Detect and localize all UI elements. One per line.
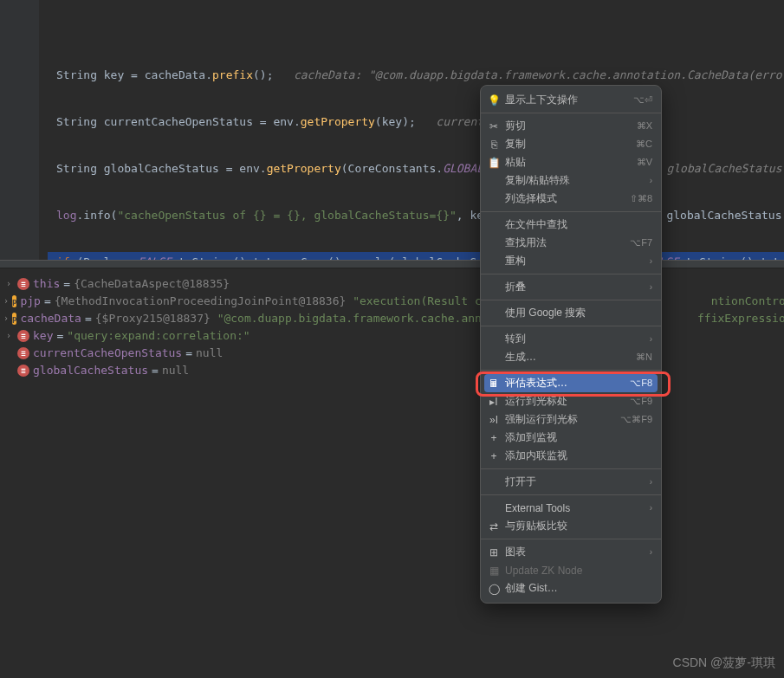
chevron-right-icon[interactable]: › xyxy=(3,310,9,327)
gutter xyxy=(0,0,39,260)
submenu-icon: › xyxy=(650,256,652,266)
object-icon: ≡ xyxy=(17,278,29,290)
cursor-force-run-icon: »I xyxy=(486,414,502,426)
menu-item-fold[interactable]: 折叠› xyxy=(481,278,661,296)
debug-variable-row[interactable]: ≡ currentCacheOpenStatus= null xyxy=(0,345,784,362)
node-icon: ▦ xyxy=(486,565,502,577)
panel-divider[interactable] xyxy=(0,260,784,268)
calculator-icon: 🖩 xyxy=(486,378,502,390)
menu-item-external-tools[interactable]: External Tools› xyxy=(481,499,661,517)
menu-item-google-search[interactable]: 使用 Google 搜索 xyxy=(481,304,661,322)
menu-separator xyxy=(481,468,661,469)
menu-item-update-zk: ▦Update ZK Node xyxy=(481,561,661,579)
menu-item-create-gist[interactable]: ◯创建 Gist… xyxy=(481,579,661,597)
menu-item-goto[interactable]: 转到› xyxy=(481,330,661,348)
lightbulb-icon: 💡 xyxy=(486,94,502,107)
variable-value: null xyxy=(196,345,223,362)
parameter-icon: p xyxy=(12,295,16,307)
variable-name: cacheData xyxy=(20,310,81,327)
debug-variable-row[interactable]: › p cacheData= {$Proxy215@18837} "@com.d… xyxy=(0,310,784,327)
menu-separator xyxy=(481,211,661,212)
menu-item-evaluate-expression[interactable]: 🖩评估表达式…⌥F8 xyxy=(484,374,658,392)
menu-item-generate[interactable]: 生成…⌘N xyxy=(481,348,661,366)
menu-separator xyxy=(481,494,661,495)
object-icon: ≡ xyxy=(17,347,29,359)
diff-icon: ⇄ xyxy=(486,520,502,533)
debug-variables-panel[interactable]: › ≡ this= {CacheDataAspect@18835} › p pj… xyxy=(0,268,784,678)
menu-separator xyxy=(481,274,661,274)
submenu-icon: › xyxy=(650,176,652,185)
menu-separator xyxy=(481,326,661,326)
object-icon: ≡ xyxy=(17,365,29,377)
variable-string: "@com.duapp.bigdata.framework.cache.anno… xyxy=(217,310,515,327)
code-editor[interactable]: String key = cacheData.prefix(); cacheDa… xyxy=(0,0,784,260)
menu-item-find-usage[interactable]: 查找用法⌥F7 xyxy=(481,234,661,252)
clipboard-icon: 📋 xyxy=(486,157,502,169)
menu-separator xyxy=(481,370,661,371)
menu-item-add-inline-watch[interactable]: +添加内联监视 xyxy=(481,447,661,465)
debug-variable-row[interactable]: › ≡ key= "query:expand:correlation:" xyxy=(0,327,784,345)
watermark: CSDN @菠萝-琪琪 xyxy=(673,655,775,671)
variable-value: "query:expand:correlation:" xyxy=(67,327,249,345)
menu-item-run-to-cursor[interactable]: ▸I运行到光标处⌥F9 xyxy=(481,392,661,410)
debug-variable-row[interactable]: ≡ globalCacheStatus= null xyxy=(0,362,784,379)
object-icon: ≡ xyxy=(17,330,29,342)
variable-value: {$Proxy215@18837} xyxy=(95,310,211,327)
menu-item-paste-special[interactable]: 复制/粘贴特殊› xyxy=(481,171,661,190)
parameter-icon: p xyxy=(12,313,16,325)
menu-item-add-watch[interactable]: +添加到监视 xyxy=(481,429,661,447)
add-watch-icon: + xyxy=(486,432,502,444)
submenu-icon: › xyxy=(650,503,652,513)
add-inline-watch-icon: + xyxy=(486,450,502,462)
menu-separator xyxy=(481,113,661,113)
variable-value: {MethodInvocationProceedingJoinPoint@188… xyxy=(55,293,347,310)
menu-item-copy[interactable]: ⎘复制⌘C xyxy=(481,135,661,153)
scissors-icon: ✂ xyxy=(486,120,502,132)
submenu-icon: › xyxy=(650,547,652,557)
chevron-right-icon[interactable]: › xyxy=(3,293,9,310)
menu-item-refactor[interactable]: 重构› xyxy=(481,252,661,270)
diagram-icon: ⊞ xyxy=(486,546,502,559)
menu-item-column-select[interactable]: 列选择模式⇧⌘8 xyxy=(481,190,661,208)
menu-item-find-in-files[interactable]: 在文件中查找 xyxy=(481,216,661,234)
context-menu[interactable]: 💡显示上下文操作⌥⏎ ✂剪切⌘X ⎘复制⌘C 📋粘贴⌘V 复制/粘贴特殊› 列选… xyxy=(480,85,662,604)
menu-item-context-actions[interactable]: 💡显示上下文操作⌥⏎ xyxy=(481,91,661,109)
submenu-icon: › xyxy=(650,282,652,292)
variable-name: key xyxy=(33,327,53,345)
cursor-run-icon: ▸I xyxy=(486,396,502,408)
code-line: log.info("cacheOpenStatus of {} = {}, gl… xyxy=(48,205,784,226)
placeholder-icon xyxy=(3,362,14,379)
variable-value: {CacheDataAspect@18835} xyxy=(74,275,230,293)
menu-item-force-run-to-cursor[interactable]: »I强制运行到光标⌥⌘F9 xyxy=(481,410,661,429)
menu-item-cut[interactable]: ✂剪切⌘X xyxy=(481,117,661,135)
menu-separator xyxy=(481,539,661,539)
code-line: String currentCacheOpenStatus = env.getP… xyxy=(48,112,784,132)
chevron-right-icon[interactable]: › xyxy=(3,327,14,345)
code-line: String globalCacheStatus = env.getProper… xyxy=(48,158,784,179)
github-icon: ◯ xyxy=(486,583,502,595)
menu-separator xyxy=(481,300,661,300)
submenu-icon: › xyxy=(650,334,652,344)
menu-item-paste[interactable]: 📋粘贴⌘V xyxy=(481,153,661,171)
menu-item-compare-clipboard[interactable]: ⇄与剪贴板比较 xyxy=(481,517,661,535)
menu-item-open-in[interactable]: 打开于› xyxy=(481,473,661,491)
variable-name: currentCacheOpenStatus xyxy=(33,345,182,362)
variable-name: globalCacheStatus xyxy=(33,362,148,379)
code-line: String key = cacheData.prefix(); cacheDa… xyxy=(48,65,784,86)
placeholder-icon xyxy=(3,345,14,362)
variable-value: null xyxy=(162,362,189,379)
debug-variable-row[interactable]: › ≡ this= {CacheDataAspect@18835} xyxy=(0,275,784,293)
variable-name: this xyxy=(33,275,60,293)
debug-variable-row[interactable]: › p pjp= {MethodInvocationProceedingJoin… xyxy=(0,293,784,310)
menu-item-diagram[interactable]: ⊞图表› xyxy=(481,543,661,561)
submenu-icon: › xyxy=(650,477,652,487)
chevron-right-icon[interactable]: › xyxy=(3,275,14,293)
variable-name: pjp xyxy=(20,293,40,310)
copy-icon: ⎘ xyxy=(486,139,502,151)
